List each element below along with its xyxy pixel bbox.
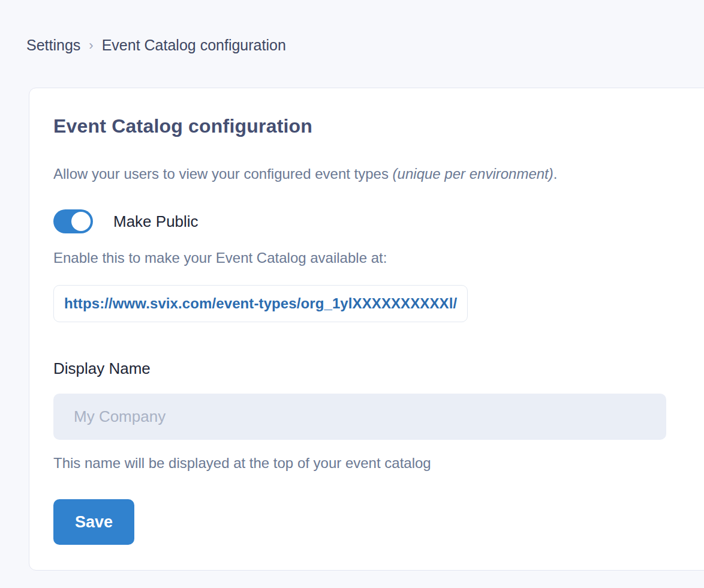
breadcrumb-item-settings[interactable]: Settings (26, 35, 80, 55)
event-catalog-config-card: Event Catalog configuration Allow your u… (29, 88, 704, 571)
chevron-right-icon: › (89, 35, 93, 55)
display-name-help-text: This name will be displayed at the top o… (53, 454, 704, 472)
breadcrumb: Settings › Event Catalog configuration (26, 35, 704, 55)
display-name-input[interactable] (53, 394, 666, 440)
breadcrumb-item-current: Event Catalog configuration (102, 35, 286, 55)
catalog-url-link[interactable]: https://www.svix.com/event-types/org_1yl… (64, 295, 457, 312)
make-public-row: Make Public (53, 209, 704, 233)
make-public-toggle[interactable] (53, 209, 93, 233)
make-public-label: Make Public (113, 212, 198, 231)
toggle-knob-icon (71, 212, 91, 231)
display-name-label: Display Name (53, 359, 704, 378)
save-button[interactable]: Save (53, 499, 134, 545)
card-description-text: Allow your users to view your configured… (53, 166, 393, 182)
catalog-url-box: https://www.svix.com/event-types/org_1yl… (53, 285, 468, 322)
card-description-suffix: . (553, 166, 558, 182)
card-description: Allow your users to view your configured… (53, 165, 704, 183)
page-title: Event Catalog configuration (53, 115, 704, 137)
enable-hint-text: Enable this to make your Event Catalog a… (53, 249, 704, 267)
card-description-italic: (unique per environment) (393, 166, 553, 182)
